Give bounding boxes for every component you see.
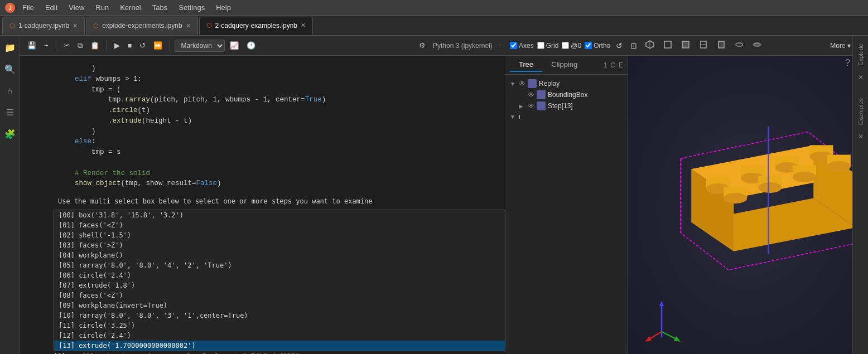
- examples-close-icon[interactable]: ✕: [858, 133, 864, 140]
- step13-arrow-icon: ▶: [519, 103, 525, 109]
- step-item-4[interactable]: [04] workplane(): [54, 250, 505, 260]
- tree-node-replay[interactable]: ▼ 👁 Replay: [508, 78, 625, 89]
- restart-button[interactable]: ↺: [137, 40, 148, 51]
- cell-type-select[interactable]: Markdown Code Raw: [175, 40, 225, 52]
- menu-run[interactable]: Run: [91, 2, 113, 13]
- step-item-10[interactable]: [10] rarray('8.0', '8.0', '3', '1',cente…: [54, 311, 505, 321]
- sidebar-folder-icon[interactable]: 📁: [2, 40, 18, 55]
- tab-0[interactable]: ⬡ 1-cadquery.ipynb ✕: [2, 17, 85, 35]
- chart-button[interactable]: 📈: [227, 40, 242, 51]
- step-item-3[interactable]: [03] faces('>Z'): [54, 240, 505, 250]
- paste-button[interactable]: 📋: [88, 40, 102, 51]
- menu-file[interactable]: File: [18, 2, 38, 13]
- bbox-eye-icon[interactable]: 👁: [528, 91, 534, 99]
- step13-eye-icon[interactable]: 👁: [528, 102, 534, 110]
- save-button[interactable]: 💾: [25, 40, 39, 51]
- step-item-5[interactable]: [05] rarray('8.0', '8.0', '4', '2', 'Tru…: [54, 260, 505, 270]
- grid-checkbox-label[interactable]: Grid: [537, 42, 559, 50]
- view-iso-btn[interactable]: [643, 38, 657, 52]
- menu-view[interactable]: View: [64, 2, 89, 13]
- view-back-btn[interactable]: [678, 38, 693, 52]
- step-label-1: faces('<Z'): [79, 221, 123, 229]
- ortho-checkbox-label[interactable]: Ortho: [585, 42, 610, 50]
- step-item-2[interactable]: [02] shell('-1.5'): [54, 230, 505, 240]
- sidebar-puzzle-icon[interactable]: 🧩: [2, 127, 18, 142]
- more-button[interactable]: More ▾: [830, 42, 851, 50]
- at0-checkbox-label[interactable]: @0: [562, 42, 581, 50]
- fast-forward-button[interactable]: ⏩: [151, 40, 165, 51]
- tab-tree[interactable]: Tree: [510, 58, 542, 72]
- cut-button[interactable]: ✂: [61, 40, 73, 51]
- svg-rect-4: [664, 41, 671, 48]
- explode-label[interactable]: Explode: [856, 41, 865, 68]
- explode-close-icon[interactable]: ✕: [858, 74, 864, 81]
- refresh-icon-btn[interactable]: ↺: [614, 40, 625, 51]
- axes-checkbox[interactable]: [510, 42, 517, 49]
- step-list[interactable]: [00] box('31.8', '15.8', '3.2') [01] fac…: [54, 210, 505, 351]
- help-button[interactable]: ?: [845, 58, 850, 68]
- step-item-11[interactable]: [11] circle('3.25'): [54, 321, 505, 331]
- tree-node-step13[interactable]: ▶ 👁 Step[13]: [517, 100, 625, 111]
- cell-area[interactable]: ) elif wbumps > 1: tmp = ( tmp.rarray(pi…: [20, 56, 505, 354]
- view-front-btn[interactable]: [660, 38, 675, 52]
- tab-2-close[interactable]: ✕: [301, 22, 306, 29]
- at0-checkbox[interactable]: [562, 42, 569, 49]
- step-idx-1: [01]: [59, 221, 75, 229]
- menu-kernel[interactable]: Kernel: [115, 2, 146, 13]
- svg-point-10: [754, 43, 760, 46]
- step-label-8: faces('<Z'): [79, 292, 123, 299]
- grid-checkbox[interactable]: [537, 42, 544, 49]
- add-cell-button[interactable]: +: [41, 40, 51, 51]
- step-idx-5: [05]: [59, 261, 75, 269]
- main-layout: 📁 🔍 ⑃ ☰ 🧩 💾 + ✂ ⧉ 📋 ▶ ■ ↺ ⏩ Markdown Cod…: [0, 36, 868, 354]
- view-right-btn[interactable]: [714, 38, 729, 52]
- sidebar-menu-icon[interactable]: ☰: [4, 105, 16, 120]
- settings-gear-icon[interactable]: ⚙: [416, 40, 428, 51]
- sidebar-search-icon[interactable]: 🔍: [2, 62, 18, 77]
- replay-eye-icon[interactable]: 👁: [519, 80, 525, 88]
- step-idx-10: [10]: [59, 312, 75, 319]
- code-line-1: ): [58, 65, 96, 72]
- grid-label: Grid: [546, 42, 559, 50]
- cell-content: ) elif wbumps > 1: tmp = ( tmp.rarray(pi…: [54, 61, 505, 191]
- tab-2[interactable]: ⬡ 2-cadquery-examples.ipynb ✕: [199, 17, 313, 35]
- toolbar-sep-1: [56, 40, 56, 51]
- code-line-6: .extrude(height - t): [58, 117, 192, 125]
- step-idx-6: [06]: [59, 271, 75, 279]
- fit-icon-btn[interactable]: ⊡: [628, 40, 639, 51]
- tab-1[interactable]: ⬡ explode-experiments.ipynb ✕: [86, 17, 197, 35]
- view-left-btn[interactable]: [696, 38, 711, 52]
- viewport-3d[interactable]: ?: [628, 56, 868, 354]
- tree-node-i[interactable]: ▼ i: [508, 111, 625, 122]
- tree-clipping-tabs: Tree Clipping 1 C E: [505, 56, 628, 75]
- run-button[interactable]: ▶: [112, 40, 123, 51]
- step-item-12[interactable]: [12] circle('2.4'): [54, 331, 505, 341]
- menu-edit[interactable]: Edit: [41, 2, 62, 13]
- step-item-13[interactable]: [13] extrude('1.7000000000000002'): [54, 341, 505, 351]
- tab-0-close[interactable]: ✕: [73, 22, 78, 30]
- step-item-1[interactable]: [01] faces('<Z'): [54, 220, 505, 230]
- step-item-0[interactable]: [00] box('31.8', '15.8', '3.2'): [54, 210, 505, 220]
- step-item-7[interactable]: [07] extrude('1.8'): [54, 280, 505, 290]
- view-top-btn[interactable]: [732, 38, 746, 52]
- view-bottom-btn[interactable]: [750, 38, 764, 52]
- menu-tabs[interactable]: Tabs: [148, 2, 172, 13]
- step-item-6[interactable]: [06] circle('2.4'): [54, 270, 505, 280]
- ortho-checkbox[interactable]: [585, 42, 592, 49]
- examples-label[interactable]: Examples: [856, 96, 865, 127]
- kernel-name: Python 3 (ipykernel): [433, 42, 493, 50]
- tree-node-boundingbox[interactable]: 👁 BoundingBox: [517, 89, 625, 100]
- stop-button[interactable]: ■: [125, 40, 135, 51]
- step-idx-7: [07]: [59, 282, 75, 289]
- copy-button[interactable]: ⧉: [75, 40, 85, 52]
- menu-settings[interactable]: Settings: [174, 2, 209, 13]
- sidebar-git-icon[interactable]: ⑃: [5, 84, 15, 98]
- axes-checkbox-label[interactable]: Axes: [510, 42, 534, 50]
- view-bottom-icon: [752, 40, 762, 50]
- step-item-9[interactable]: [09] workplane(invert=True): [54, 300, 505, 311]
- history-button[interactable]: 🕐: [244, 40, 258, 51]
- step-item-8[interactable]: [08] faces('<Z'): [54, 290, 505, 300]
- tab-clipping[interactable]: Clipping: [542, 58, 586, 72]
- tab-1-close[interactable]: ✕: [186, 22, 191, 30]
- menu-help[interactable]: Help: [211, 2, 235, 13]
